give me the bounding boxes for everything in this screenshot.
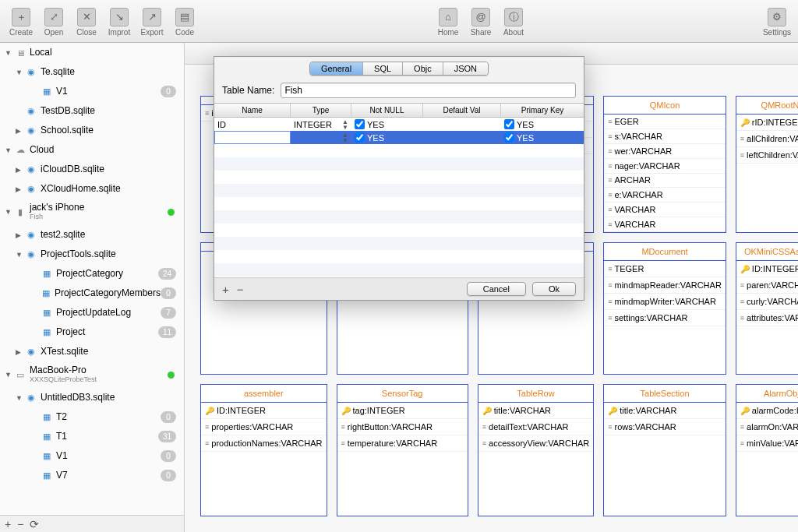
table-card[interactable]: MDocument≡TEGER≡mindmapReader:VARCHAR≡mi… <box>603 242 726 375</box>
table-card[interactable]: QMIcon≡EGER≡s:VARCHAR≡wer:VARCHAR≡nager:… <box>603 96 726 233</box>
pk-cell-checkbox[interactable] <box>504 132 514 143</box>
tab-general[interactable]: General <box>310 62 363 75</box>
home-button[interactable]: ⌂Home <box>433 6 463 37</box>
share-button[interactable]: @Share <box>466 6 496 37</box>
chevron-icon[interactable]: ▶ <box>16 185 25 193</box>
table-card[interactable]: TableRow🔑title:VARCHAR≡detailText:VARCHA… <box>478 384 594 516</box>
close-button[interactable]: ✕Close <box>72 6 101 37</box>
tree-group[interactable]: ▼☁Cloud <box>0 140 184 160</box>
export-button[interactable]: ↗Export <box>137 6 167 37</box>
chevron-icon[interactable]: ▼ <box>16 251 25 259</box>
tree-db[interactable]: ▶◉test2.sqlite <box>0 225 184 245</box>
pk-cell[interactable]: YES <box>501 131 584 144</box>
tree-db[interactable]: ▼◉UntitledDB3.sqlite <box>0 388 184 407</box>
remove-icon[interactable]: − <box>17 518 23 530</box>
tree-group[interactable]: ▼▮jack's iPhoneFish <box>0 199 184 225</box>
add-icon[interactable]: + <box>5 518 11 530</box>
table-card[interactable]: QMRootNode🔑rID:INTEGER≡allChildren:VARCH… <box>736 96 798 233</box>
column-row[interactable] <box>214 210 584 224</box>
chevron-icon[interactable]: ▼ <box>5 208 14 216</box>
column-row[interactable] <box>214 171 584 184</box>
ok-button[interactable]: Ok <box>532 282 576 296</box>
column-row[interactable] <box>214 144 584 157</box>
create-button[interactable]: ＋Create <box>6 6 36 37</box>
tree-table[interactable]: ▦V70 <box>0 466 184 485</box>
table-card[interactable]: OKMiniCSSAssembler🔑ID:INTEGER≡paren:VARC… <box>736 242 798 375</box>
chevron-icon[interactable]: ▼ <box>16 394 25 402</box>
code-button[interactable]: ▤Code <box>170 6 200 37</box>
tree-group[interactable]: ▼🖥Local <box>0 43 184 62</box>
stepper-icon[interactable]: ▲▼ <box>342 132 348 143</box>
column-name-cell[interactable] <box>214 131 291 144</box>
chevron-icon[interactable]: ▶ <box>16 231 25 239</box>
column-row[interactable] <box>214 184 584 197</box>
chevron-icon[interactable]: ▶ <box>16 127 25 135</box>
tree-db[interactable]: ◉TestDB.sqlite <box>0 101 184 121</box>
remove-column-icon[interactable]: − <box>237 283 244 296</box>
tree-table[interactable]: ▦T131 <box>0 427 184 446</box>
column-row[interactable]: ▲▼YESYES <box>214 131 584 144</box>
table-card[interactable]: AlarmObject🔑alarmCode:INTEGER≡alarmOn:VA… <box>736 384 798 516</box>
tree-db[interactable]: ▶◉XCloudHome.sqlite <box>0 179 184 199</box>
tab-objc[interactable]: Objc <box>403 62 443 75</box>
default-cell[interactable] <box>423 118 501 131</box>
table-card[interactable]: TableSection🔑title:VARCHAR≡rows:VARCHAR <box>603 384 726 516</box>
column-row[interactable] <box>214 224 584 237</box>
add-column-icon[interactable]: + <box>222 283 229 296</box>
column-type-cell[interactable]: INTEGER▲▼ <box>291 118 351 131</box>
chevron-icon[interactable]: ▼ <box>5 49 14 57</box>
tree-group[interactable]: ▼▭MacBook-ProXXXSQLiteProbeTest <box>0 361 184 388</box>
tree-table[interactable]: ▦ProjectUpdateLog7 <box>0 303 184 322</box>
column-name-cell[interactable]: ID <box>214 118 291 131</box>
chevron-icon[interactable]: ▼ <box>5 146 14 154</box>
tree-db[interactable]: ▶◉XTest.sqlite <box>0 342 184 361</box>
notnull-cell-checkbox[interactable] <box>355 132 365 143</box>
cancel-button[interactable]: Cancel <box>467 282 526 296</box>
column-row[interactable] <box>214 237 584 250</box>
chevron-icon[interactable]: ▶ <box>16 166 25 174</box>
open-button[interactable]: ⤢Open <box>39 6 69 37</box>
notnull-cell-checkbox[interactable] <box>355 119 365 129</box>
stepper-icon[interactable]: ▲▼ <box>342 119 348 130</box>
tree-db[interactable]: ▼◉Te.sqlite <box>0 62 184 82</box>
column-row[interactable] <box>214 250 584 263</box>
card-field: ≡s:VARCHAR <box>604 129 726 144</box>
tree-table[interactable]: ▦T20 <box>0 407 184 427</box>
chevron-icon[interactable]: ▼ <box>16 69 25 76</box>
tree-table[interactable]: ▦V10 <box>0 446 184 466</box>
improt-button[interactable]: ↘Improt <box>104 6 134 37</box>
tree-db[interactable]: ▼◉ProjectTools.sqlite <box>0 245 184 264</box>
column-type-cell[interactable]: ▲▼ <box>291 131 351 144</box>
card-field: ≡paren:VARCHAR <box>736 277 798 294</box>
pk-cell[interactable]: YES <box>501 118 584 131</box>
tab-json[interactable]: JSON <box>443 62 488 75</box>
about-button[interactable]: ⓘAbout <box>499 6 528 37</box>
column-row[interactable]: IDINTEGER▲▼YESYES <box>214 118 584 131</box>
table-name-input[interactable] <box>281 83 576 98</box>
pk-cell-checkbox[interactable] <box>504 119 514 129</box>
refresh-icon[interactable]: ⟳ <box>30 518 39 530</box>
tree-db[interactable]: ▶◉iCloudDB.sqlite <box>0 160 184 179</box>
tree-table[interactable]: ▦Project11 <box>0 322 184 342</box>
tree-table[interactable]: ▦ProjectCategory24 <box>0 264 184 284</box>
tab-sql[interactable]: SQL <box>363 62 403 75</box>
table-card[interactable]: SensorTag🔑tag:INTEGER≡rightButton:VARCHA… <box>337 384 468 516</box>
table-card[interactable]: assembler🔑ID:INTEGER≡properties:VARCHAR≡… <box>200 384 327 516</box>
chevron-icon[interactable]: ▶ <box>16 348 25 356</box>
notnull-cell[interactable]: YES <box>351 131 423 144</box>
column-icon: ≡ <box>608 191 612 199</box>
chevron-icon[interactable]: ▼ <box>5 371 14 379</box>
column-row[interactable] <box>214 263 584 277</box>
column-icon: ≡ <box>608 423 612 431</box>
tree-label: T1 <box>56 432 67 442</box>
table-name-label: Table Name: <box>222 85 274 96</box>
notnull-cell[interactable]: YES <box>351 118 423 131</box>
tree-table[interactable]: ▦ProjectCategoryMembers0 <box>0 284 184 303</box>
tree-table[interactable]: ▦V10 <box>0 82 184 101</box>
count-pill: 0 <box>161 450 176 462</box>
column-row[interactable] <box>214 197 584 210</box>
column-row[interactable] <box>214 157 584 171</box>
tree-db[interactable]: ▶◉School.sqlite <box>0 121 184 140</box>
settings-button[interactable]: ⚙Settings <box>762 8 792 37</box>
default-cell[interactable] <box>423 131 501 144</box>
